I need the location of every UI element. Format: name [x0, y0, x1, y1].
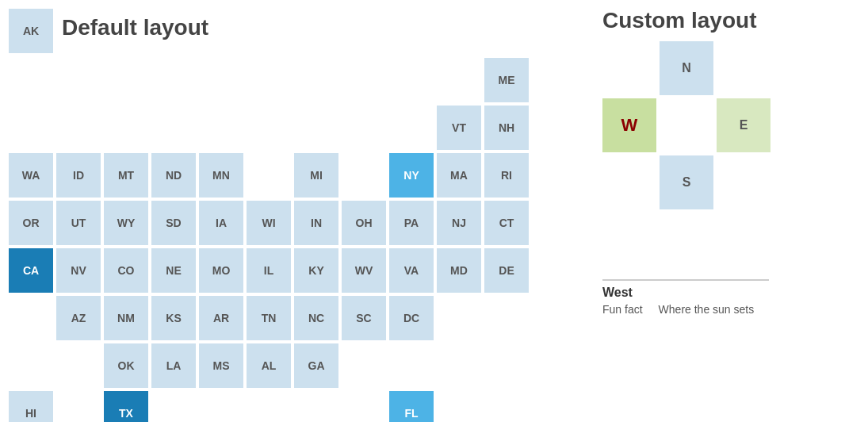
- empty-cell: [293, 57, 339, 103]
- state-AR[interactable]: AR: [198, 295, 244, 341]
- custom-empty: [602, 213, 656, 267]
- empty-cell: [341, 390, 387, 422]
- state-TX[interactable]: TX: [103, 390, 149, 422]
- state-SD[interactable]: SD: [151, 200, 197, 246]
- map-row: OK LA MS AL GA: [8, 343, 579, 389]
- custom-empty: [602, 41, 656, 95]
- state-MN[interactable]: MN: [198, 152, 244, 198]
- empty-cell: [55, 105, 101, 151]
- state-VT[interactable]: VT: [436, 105, 482, 151]
- empty-cell: [293, 390, 339, 422]
- empty-cell: [8, 105, 54, 151]
- empty-cell: [103, 105, 149, 151]
- custom-cell-E[interactable]: E: [717, 98, 770, 152]
- state-UT[interactable]: UT: [55, 200, 101, 246]
- state-NH[interactable]: NH: [484, 105, 530, 151]
- empty-cell: [436, 57, 482, 103]
- custom-empty: [660, 98, 713, 152]
- custom-cell-S[interactable]: S: [660, 155, 713, 209]
- state-MD[interactable]: MD: [436, 247, 482, 293]
- default-layout-title: Default layout: [62, 15, 208, 40]
- empty-cell: [151, 105, 197, 151]
- state-IN[interactable]: IN: [293, 200, 339, 246]
- empty-cell: [198, 390, 244, 422]
- custom-empty: [717, 213, 770, 267]
- empty-cell: [388, 105, 434, 151]
- empty-cell: [341, 57, 387, 103]
- ak-cell[interactable]: AK: [8, 8, 54, 54]
- custom-layout-section: Custom layout N W E S West Fun fact Wher…: [579, 8, 860, 414]
- state-MO[interactable]: MO: [198, 247, 244, 293]
- state-VA[interactable]: VA: [388, 247, 434, 293]
- empty-cell: [246, 105, 292, 151]
- empty-cell: [198, 57, 244, 103]
- state-ND[interactable]: ND: [151, 152, 197, 198]
- map-row: ME: [8, 57, 579, 103]
- state-NJ[interactable]: NJ: [436, 200, 482, 246]
- state-MT[interactable]: MT: [103, 152, 149, 198]
- legend-row: Fun fact Where the sun sets: [602, 303, 769, 316]
- legend-value: Where the sun sets: [659, 303, 755, 316]
- state-CO[interactable]: CO: [103, 247, 149, 293]
- state-OH[interactable]: OH: [341, 200, 387, 246]
- state-PA[interactable]: PA: [388, 200, 434, 246]
- us-map: ME VT NH WA ID MT ND MN MI NY MA: [8, 57, 579, 422]
- empty-cell: [8, 343, 54, 389]
- state-GA[interactable]: GA: [293, 343, 339, 389]
- state-LA[interactable]: LA: [151, 343, 197, 389]
- state-IL[interactable]: IL: [246, 247, 292, 293]
- custom-empty: [602, 155, 656, 209]
- state-NM[interactable]: NM: [103, 295, 149, 341]
- state-NC[interactable]: NC: [293, 295, 339, 341]
- empty-cell: [55, 57, 101, 103]
- custom-empty: [717, 155, 770, 209]
- custom-cell-W[interactable]: W: [602, 98, 656, 152]
- state-MS[interactable]: MS: [198, 343, 244, 389]
- custom-layout-title: Custom layout: [602, 8, 860, 33]
- state-IA[interactable]: IA: [198, 200, 244, 246]
- state-DC[interactable]: DC: [388, 295, 434, 341]
- map-row: VT NH: [8, 105, 579, 151]
- state-AZ[interactable]: AZ: [55, 295, 101, 341]
- empty-cell: [151, 390, 197, 422]
- empty-cell: [8, 295, 54, 341]
- empty-cell: [8, 57, 54, 103]
- empty-cell: [246, 57, 292, 103]
- state-HI[interactable]: HI: [8, 390, 54, 422]
- state-WY[interactable]: WY: [103, 200, 149, 246]
- state-AL[interactable]: AL: [246, 343, 292, 389]
- empty-cell: [246, 390, 292, 422]
- empty-cell: [198, 105, 244, 151]
- empty-cell: [55, 390, 101, 422]
- state-OK[interactable]: OK: [103, 343, 149, 389]
- state-ME[interactable]: ME: [484, 57, 530, 103]
- state-TN[interactable]: TN: [246, 295, 292, 341]
- state-SC[interactable]: SC: [341, 295, 387, 341]
- state-OR[interactable]: OR: [8, 200, 54, 246]
- custom-empty: [660, 213, 713, 267]
- state-CT[interactable]: CT: [484, 200, 530, 246]
- state-CA[interactable]: CA: [8, 247, 54, 293]
- state-MI[interactable]: MI: [293, 152, 339, 198]
- state-NV[interactable]: NV: [55, 247, 101, 293]
- state-ID[interactable]: ID: [55, 152, 101, 198]
- state-WI[interactable]: WI: [246, 200, 292, 246]
- empty-cell: [246, 152, 292, 198]
- state-DE[interactable]: DE: [484, 247, 530, 293]
- empty-cell: [341, 105, 387, 151]
- state-NY[interactable]: NY: [388, 152, 434, 198]
- legend-label: Fun fact: [602, 303, 643, 316]
- state-NE[interactable]: NE: [151, 247, 197, 293]
- state-MA[interactable]: MA: [436, 152, 482, 198]
- state-KS[interactable]: KS: [151, 295, 197, 341]
- custom-cell-N[interactable]: N: [660, 41, 713, 95]
- state-WV[interactable]: WV: [341, 247, 387, 293]
- state-KY[interactable]: KY: [293, 247, 339, 293]
- empty-cell: [293, 105, 339, 151]
- map-row: WA ID MT ND MN MI NY MA RI: [8, 152, 579, 198]
- state-RI[interactable]: RI: [484, 152, 530, 198]
- state-FL[interactable]: FL: [388, 390, 434, 422]
- empty-cell: [103, 57, 149, 103]
- empty-cell: [388, 57, 434, 103]
- state-WA[interactable]: WA: [8, 152, 54, 198]
